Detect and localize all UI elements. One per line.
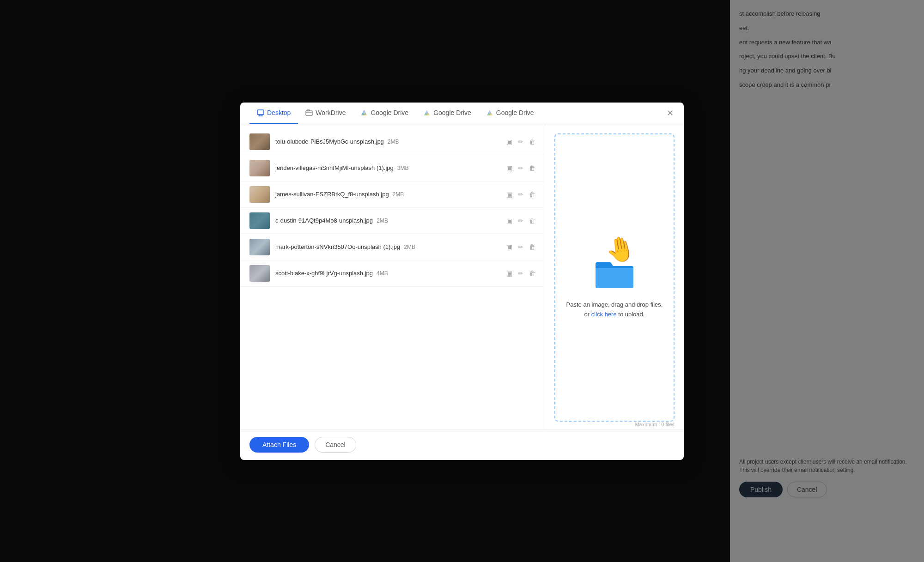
file-upload-modal: Desktop WorkDrive Google <box>240 103 684 460</box>
file-size-2: 3MB <box>397 165 409 171</box>
file-size-4: 2MB <box>377 218 388 224</box>
drop-illustration: 🤚 <box>587 236 642 291</box>
copy-icon-3[interactable]: ▣ <box>506 191 512 198</box>
file-actions-4: ▣ ✏ 🗑 <box>506 217 535 224</box>
file-info-4: c-dustin-91AQt9p4Mo8-unsplash.jpg 2MB <box>275 217 501 224</box>
copy-icon-2[interactable]: ▣ <box>506 164 512 172</box>
file-row: james-sullivan-ESZRBtkQ_f8-unsplash.jpg … <box>240 181 545 208</box>
file-thumbnail-6 <box>249 265 270 282</box>
file-row: c-dustin-91AQt9p4Mo8-unsplash.jpg 2MB ▣ … <box>240 208 545 234</box>
file-info-3: james-sullivan-ESZRBtkQ_f8-unsplash.jpg … <box>275 191 501 198</box>
file-actions-1: ▣ ✏ 🗑 <box>506 138 535 145</box>
modal-body: tolu-olubode-PlBsJ5MybGc-unsplash.jpg 2M… <box>240 124 684 429</box>
tab-googledrive-2[interactable]: Google Drive <box>416 103 479 124</box>
edit-icon-1[interactable]: ✏ <box>518 138 523 145</box>
modal-footer: Attach Files Cancel <box>240 429 684 460</box>
tab-workdrive[interactable]: WorkDrive <box>298 103 353 124</box>
file-thumbnail-4 <box>249 212 270 229</box>
file-actions-3: ▣ ✏ 🗑 <box>506 191 535 198</box>
file-info-6: scott-blake-x-ghf9LjrVg-unsplash.jpg 4MB <box>275 270 501 277</box>
file-actions-5: ▣ ✏ 🗑 <box>506 243 535 251</box>
edit-icon-2[interactable]: ✏ <box>518 164 523 172</box>
tab-desktop-label: Desktop <box>267 109 291 116</box>
edit-icon-4[interactable]: ✏ <box>518 217 523 224</box>
tab-googledrive-3-label: Google Drive <box>496 109 534 116</box>
copy-icon-1[interactable]: ▣ <box>506 138 512 145</box>
file-size-1: 2MB <box>388 139 399 145</box>
file-limit-text: Maximum 10 files <box>545 422 684 429</box>
file-name-5: mark-potterton-sNVkn3507Oo-unsplash (1).… <box>275 243 400 250</box>
edit-icon-5[interactable]: ✏ <box>518 243 523 251</box>
workdrive-icon <box>305 109 313 116</box>
modal-tabs: Desktop WorkDrive Google <box>240 103 684 124</box>
delete-icon-2[interactable]: 🗑 <box>529 164 535 172</box>
file-list-panel: tolu-olubode-PlBsJ5MybGc-unsplash.jpg 2M… <box>240 124 545 429</box>
file-info-5: mark-potterton-sNVkn3507Oo-unsplash (1).… <box>275 243 501 250</box>
delete-icon-1[interactable]: 🗑 <box>529 138 535 145</box>
googledrive-icon-3 <box>486 109 493 116</box>
file-info-1: tolu-olubode-PlBsJ5MybGc-unsplash.jpg 2M… <box>275 138 501 145</box>
folder-icon <box>594 256 635 291</box>
file-thumbnail-2 <box>249 160 270 176</box>
edit-icon-6[interactable]: ✏ <box>518 270 523 277</box>
cancel-button[interactable]: Cancel <box>315 437 356 453</box>
close-icon: ✕ <box>667 108 674 118</box>
file-thumbnail-3 <box>249 186 270 203</box>
delete-icon-5[interactable]: 🗑 <box>529 243 535 251</box>
desktop-icon <box>257 109 264 116</box>
file-name-1: tolu-olubode-PlBsJ5MybGc-unsplash.jpg <box>275 138 384 145</box>
delete-icon-3[interactable]: 🗑 <box>529 191 535 198</box>
drop-zone-container: 🤚 Paste an image, drag and <box>545 124 684 429</box>
googledrive-icon-2 <box>423 109 431 116</box>
copy-icon-4[interactable]: ▣ <box>506 217 512 224</box>
modal-close-button[interactable]: ✕ <box>663 107 676 120</box>
file-thumbnail-5 <box>249 239 270 255</box>
tab-googledrive-2-label: Google Drive <box>433 109 471 116</box>
file-size-3: 2MB <box>393 191 404 198</box>
delete-icon-6[interactable]: 🗑 <box>529 270 535 277</box>
drop-zone-panel[interactable]: 🤚 Paste an image, drag and <box>545 124 684 422</box>
file-actions-6: ▣ ✏ 🗑 <box>506 270 535 277</box>
tab-googledrive-1-label: Google Drive <box>371 109 408 116</box>
googledrive-icon-1 <box>360 109 368 116</box>
file-name-4: c-dustin-91AQt9p4Mo8-unsplash.jpg <box>275 217 373 224</box>
tab-googledrive-3[interactable]: Google Drive <box>479 103 541 124</box>
svg-rect-4 <box>306 111 312 115</box>
tab-googledrive-1[interactable]: Google Drive <box>353 103 416 124</box>
file-row: tolu-olubode-PlBsJ5MybGc-unsplash.jpg 2M… <box>240 129 545 155</box>
attach-files-button[interactable]: Attach Files <box>249 437 309 453</box>
tab-desktop[interactable]: Desktop <box>249 103 298 124</box>
file-size-5: 2MB <box>404 244 415 250</box>
file-actions-2: ▣ ✏ 🗑 <box>506 164 535 172</box>
file-size-6: 4MB <box>377 270 388 277</box>
file-row: scott-blake-x-ghf9LjrVg-unsplash.jpg 4MB… <box>240 260 545 287</box>
svg-rect-0 <box>257 110 264 115</box>
tab-workdrive-label: WorkDrive <box>316 109 346 116</box>
copy-icon-6[interactable]: ▣ <box>506 270 512 277</box>
file-row: jeriden-villegas-niSnhfMjiMI-unsplash (1… <box>240 155 545 181</box>
delete-icon-4[interactable]: 🗑 <box>529 217 535 224</box>
file-name-6: scott-blake-x-ghf9LjrVg-unsplash.jpg <box>275 270 373 277</box>
file-name-2: jeriden-villegas-niSnhfMjiMI-unsplash (1… <box>275 164 394 171</box>
file-thumbnail-1 <box>249 133 270 150</box>
drop-zone-link[interactable]: click here <box>591 311 617 318</box>
edit-icon-3[interactable]: ✏ <box>518 191 523 198</box>
drop-zone-text: Paste an image, drag and drop files, or … <box>565 300 664 320</box>
file-row: mark-potterton-sNVkn3507Oo-unsplash (1).… <box>240 234 545 260</box>
file-name-3: james-sullivan-ESZRBtkQ_f8-unsplash.jpg <box>275 191 389 198</box>
drop-zone[interactable]: 🤚 Paste an image, drag and <box>554 133 675 422</box>
file-info-2: jeriden-villegas-niSnhfMjiMI-unsplash (1… <box>275 164 501 171</box>
copy-icon-5[interactable]: ▣ <box>506 243 512 251</box>
